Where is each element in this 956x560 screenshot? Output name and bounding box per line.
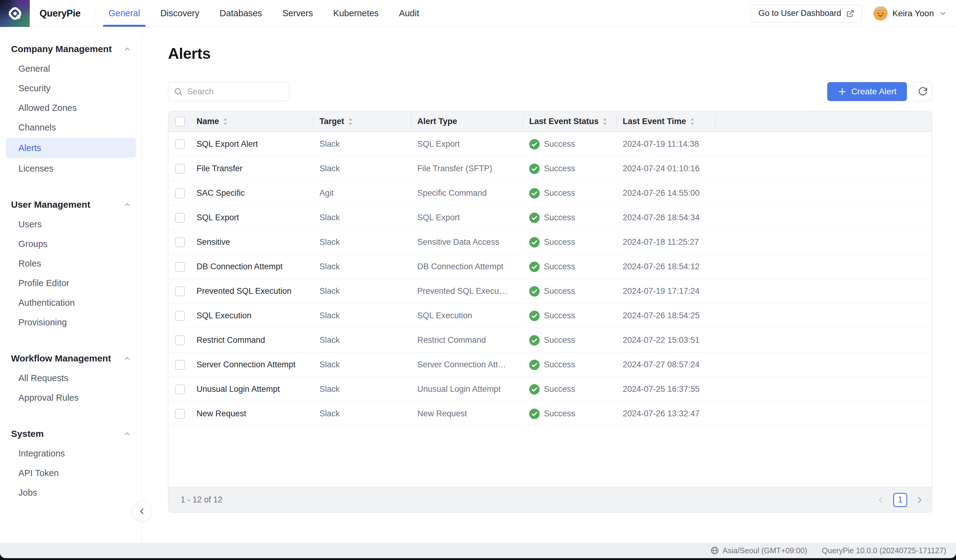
row-checkbox[interactable] bbox=[175, 140, 185, 149]
sidebar-item-profile-editor[interactable]: Profile Editor bbox=[0, 273, 142, 293]
name-cell: SQL Execution bbox=[190, 311, 313, 320]
table-row[interactable]: Restrict CommandSlackRestrict CommandSuc… bbox=[168, 328, 932, 353]
table-row[interactable]: New RequestSlackNew RequestSuccess2024-0… bbox=[168, 402, 932, 426]
sidebar-item-security[interactable]: Security bbox=[0, 78, 142, 98]
sidebar-section-header-user-management[interactable]: User Management bbox=[0, 195, 142, 215]
row-checkbox[interactable] bbox=[175, 336, 185, 345]
status-cell: Success bbox=[523, 335, 616, 345]
search-input[interactable] bbox=[168, 82, 289, 101]
row-checkbox[interactable] bbox=[175, 188, 185, 198]
row-checkbox[interactable] bbox=[175, 237, 185, 247]
section-title-label: System bbox=[11, 428, 44, 439]
target-cell: Slack bbox=[313, 360, 411, 369]
header-divider bbox=[95, 7, 95, 20]
sidebar-item-authentication[interactable]: Authentication bbox=[0, 293, 142, 312]
create-alert-button[interactable]: Create Alert bbox=[827, 82, 907, 101]
cell-name: Server Connection Attempt bbox=[197, 360, 296, 369]
row-checkbox[interactable] bbox=[175, 311, 185, 321]
next-page-button[interactable] bbox=[915, 496, 924, 504]
cell-name: SQL Export Alert bbox=[197, 140, 258, 149]
cell-target: Slack bbox=[319, 262, 340, 271]
row-checkbox[interactable] bbox=[175, 213, 185, 223]
refresh-button[interactable] bbox=[913, 82, 932, 101]
sidebar-item-all-requests[interactable]: All Requests bbox=[0, 368, 142, 388]
table-row[interactable]: SensitiveSlackSensitive Data AccessSucce… bbox=[168, 230, 932, 254]
row-checkbox[interactable] bbox=[175, 286, 185, 296]
nav-tab-discovery[interactable]: Discovery bbox=[160, 0, 200, 27]
cell-time: 2024-07-27 08:57:24 bbox=[623, 360, 700, 369]
sidebar-item-groups[interactable]: Groups bbox=[0, 234, 142, 254]
time-cell: 2024-07-18 11:25:27 bbox=[616, 237, 715, 247]
sidebar-item-licenses[interactable]: Licenses bbox=[0, 159, 142, 178]
nav-tab-servers[interactable]: Servers bbox=[282, 0, 314, 27]
go-to-user-dashboard-button[interactable]: Go to User Dashboard bbox=[750, 5, 862, 22]
column-header-name[interactable]: Name bbox=[190, 111, 313, 132]
sidebar-item-users[interactable]: Users bbox=[0, 215, 142, 234]
table-empty-space bbox=[168, 426, 932, 487]
cell-alert-type: Prevented SQL Execution bbox=[417, 286, 509, 296]
sidebar-item-api-token[interactable]: API Token bbox=[0, 463, 142, 483]
sort-icon bbox=[602, 118, 607, 125]
table-row[interactable]: SQL Export AlertSlackSQL ExportSuccess20… bbox=[168, 132, 932, 157]
target-cell: Slack bbox=[313, 286, 411, 296]
table-row[interactable]: DB Connection AttemptSlackDB Connection … bbox=[168, 254, 932, 279]
cell-time: 2024-07-19 11:14:38 bbox=[623, 140, 699, 149]
sidebar-item-jobs[interactable]: Jobs bbox=[0, 483, 142, 502]
sidebar-item-approval-rules[interactable]: Approval Rules bbox=[0, 388, 142, 408]
sidebar-section-header-company-management[interactable]: Company Management bbox=[0, 39, 142, 59]
alert-type-cell: DB Connection Attempt bbox=[411, 262, 523, 271]
column-header-target[interactable]: Target bbox=[313, 111, 411, 132]
table-row[interactable]: SQL ExecutionSlackSQL ExecutionSuccess20… bbox=[168, 304, 932, 328]
sidebar-collapse-button[interactable] bbox=[132, 501, 152, 521]
alerts-table: NameTargetAlert TypeLast Event StatusLas… bbox=[168, 111, 932, 513]
table-row[interactable]: SAC SpecificAgitSpecific CommandSuccess2… bbox=[168, 181, 932, 205]
sidebar-item-allowed-zones[interactable]: Allowed Zones bbox=[0, 98, 142, 118]
column-header-last-event-time[interactable]: Last Event Time bbox=[616, 111, 715, 132]
status-cell: Success bbox=[523, 237, 616, 248]
page-number-button[interactable]: 1 bbox=[893, 493, 907, 507]
cell-target: Slack bbox=[319, 336, 340, 345]
row-checkbox[interactable] bbox=[175, 409, 185, 419]
status-cell: Success bbox=[523, 262, 616, 272]
nav-tab-general[interactable]: General bbox=[108, 0, 141, 27]
row-checkbox[interactable] bbox=[175, 262, 185, 272]
prev-page-button[interactable] bbox=[877, 496, 885, 504]
sidebar-section-header-workflow-management[interactable]: Workflow Management bbox=[0, 348, 142, 368]
sidebar-item-channels[interactable]: Channels bbox=[0, 118, 142, 137]
column-header-last-event-status[interactable]: Last Event Status bbox=[523, 111, 616, 132]
sidebar-section-header-system[interactable]: System bbox=[0, 424, 142, 444]
table-row[interactable]: File TransferSlackFile Transfer (SFTP)Su… bbox=[168, 157, 932, 181]
cell-status: Success bbox=[544, 140, 575, 149]
user-menu[interactable]: Keira Yoon bbox=[874, 6, 947, 20]
time-cell: 2024-07-26 18:54:25 bbox=[616, 311, 715, 320]
row-checkbox[interactable] bbox=[175, 164, 185, 174]
cell-name: New Request bbox=[197, 409, 246, 419]
cell-status: Success bbox=[544, 237, 575, 247]
sidebar-item-alerts[interactable]: Alerts bbox=[6, 138, 136, 158]
table-row[interactable]: Unusual Login AttemptSlackUnusual Login … bbox=[168, 377, 932, 402]
select-all-checkbox[interactable] bbox=[175, 117, 185, 127]
cell-target: Slack bbox=[319, 164, 340, 173]
table-row[interactable]: Prevented SQL ExecutionSlackPrevented SQ… bbox=[168, 279, 932, 304]
table-row[interactable]: Server Connection AttemptSlackServer Con… bbox=[168, 353, 932, 377]
row-checkbox[interactable] bbox=[175, 360, 185, 370]
sidebar-item-provisioning[interactable]: Provisioning bbox=[0, 312, 142, 332]
target-cell: Slack bbox=[313, 140, 411, 149]
cell-time: 2024-07-26 18:54:25 bbox=[623, 311, 700, 320]
globe-icon bbox=[711, 546, 719, 555]
sidebar-item-integrations[interactable]: Integrations bbox=[0, 444, 142, 463]
toolbar: Create Alert bbox=[168, 82, 932, 101]
row-checkbox[interactable] bbox=[175, 384, 185, 394]
time-cell: 2024-07-26 14:55:00 bbox=[616, 188, 715, 198]
app-window: QueryPie GeneralDiscoveryDatabasesServer… bbox=[0, 0, 956, 560]
alert-type-cell: Restrict Command bbox=[411, 336, 523, 345]
sidebar-item-roles[interactable]: Roles bbox=[0, 254, 142, 273]
nav-tab-audit[interactable]: Audit bbox=[398, 0, 420, 27]
cell-time: 2024-07-19 17:17:24 bbox=[623, 286, 700, 296]
sidebar-item-general[interactable]: General bbox=[0, 59, 142, 78]
table-row[interactable]: SQL ExportSlackSQL ExportSuccess2024-07-… bbox=[168, 205, 932, 230]
querypie-logo[interactable] bbox=[0, 0, 30, 27]
nav-tab-databases[interactable]: Databases bbox=[219, 0, 263, 27]
nav-tab-kubernetes[interactable]: Kubernetes bbox=[333, 0, 379, 27]
status-success-icon bbox=[529, 262, 539, 272]
